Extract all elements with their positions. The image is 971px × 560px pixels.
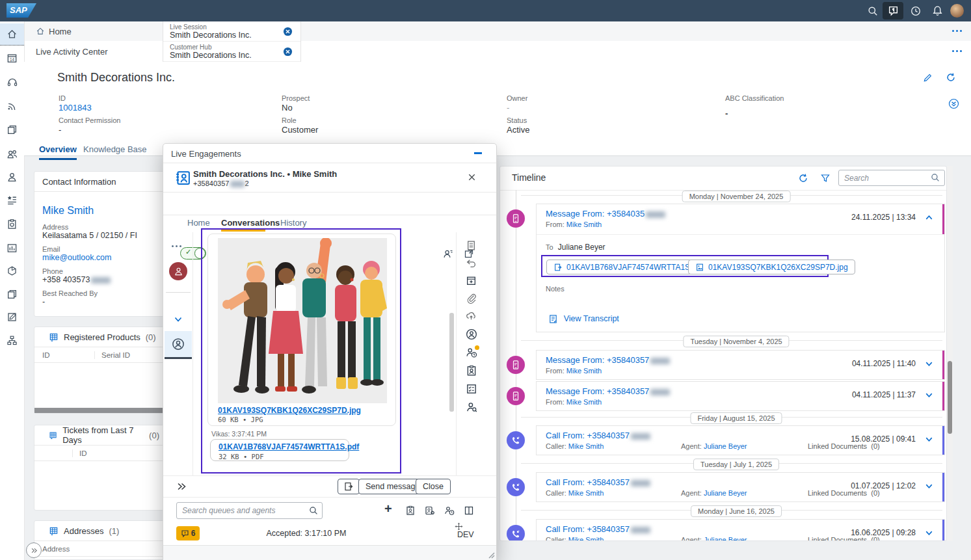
from-contact-link[interactable]: Mike Smith	[566, 367, 602, 375]
from-contact-link[interactable]: Mike Smith	[566, 220, 602, 228]
agent-transfer-icon[interactable]	[443, 248, 453, 259]
live-activity-center-tab[interactable]: Live Activity Center	[36, 47, 108, 57]
sidebar-item-agent-desktop[interactable]	[0, 72, 24, 93]
row-overflow-icon[interactable]	[952, 30, 962, 32]
column-header-id[interactable]: ID	[72, 449, 87, 457]
entry-title-link[interactable]: Call From: +35840357	[546, 524, 650, 534]
conversation-overflow-icon[interactable]	[172, 245, 181, 247]
sidebar-item-pages[interactable]	[0, 119, 24, 140]
notifications-bell-icon[interactable]	[932, 5, 943, 16]
history-clock-icon[interactable]	[911, 6, 921, 16]
edit-pencil-icon[interactable]	[923, 73, 933, 83]
refresh-icon[interactable]	[798, 173, 808, 183]
close-conversation-button[interactable]: Close	[416, 479, 451, 494]
chat-image-file-link[interactable]: 01KAV193SQ7KBK1Q26XC29SP7D.jpg	[218, 406, 361, 415]
view-transcript-link[interactable]: View Transcript	[548, 313, 619, 324]
horizontal-scrollbar[interactable]	[34, 408, 167, 413]
sidebar-item-products[interactable]	[0, 260, 24, 282]
pdf-message-bubble[interactable]: 01KAV1B768VJAF74574WRTTA1S.pdf 32 KB • P…	[210, 439, 349, 461]
expand-chevron-down-icon[interactable]	[924, 434, 934, 444]
caller-link[interactable]: Mike Smith	[568, 489, 604, 497]
contact-name-link[interactable]: Mike Smith	[42, 205, 159, 217]
entry-title-link[interactable]: Call From: +35840357	[546, 477, 650, 487]
expand-panel-button[interactable]	[26, 542, 42, 558]
entry-title-link[interactable]: Message From: +35840357	[546, 355, 670, 365]
sidebar-item-org[interactable]	[0, 330, 24, 351]
caller-link[interactable]: Mike Smith	[568, 536, 604, 541]
entry-title-link[interactable]: Message From: +35840357	[546, 386, 670, 396]
close-session-icon[interactable]	[283, 27, 293, 36]
dialog-tab-home[interactable]: Home	[187, 218, 210, 228]
filter-icon[interactable]	[820, 173, 831, 183]
layout-columns-icon[interactable]	[464, 505, 474, 516]
column-header-id[interactable]: ID	[34, 351, 94, 359]
share-transcript-button[interactable]	[338, 479, 360, 494]
dialog-tab-conversations[interactable]: Conversations	[221, 218, 280, 228]
session-tab-live-session[interactable]: Live Session Smith Decorations Inc.	[163, 21, 300, 42]
search-icon[interactable]	[931, 173, 940, 182]
agent-status-icon[interactable]	[444, 505, 455, 516]
conversation-avatar[interactable]	[169, 262, 187, 280]
agent-link[interactable]: Juliane Beyer	[704, 536, 747, 541]
case-person-icon[interactable]	[466, 365, 477, 377]
agent-link[interactable]: Juliane Beyer	[704, 489, 747, 497]
sidebar-item-calendar[interactable]	[0, 47, 24, 69]
attachment-chip-jpg[interactable]: 01KAV193SQ7KBK1Q26XC29SP7D.jpg	[688, 260, 855, 274]
queue-list-icon[interactable]	[405, 505, 416, 516]
agent-link[interactable]: Juliane Beyer	[704, 442, 747, 450]
entry-title-link[interactable]: Message From: +3584035	[546, 209, 665, 219]
email-link[interactable]: mike@outlook.com	[42, 253, 159, 262]
row-overflow-icon[interactable]	[952, 50, 962, 52]
sidebar-item-notes[interactable]	[0, 306, 24, 328]
expand-chevron-down-icon[interactable]	[924, 390, 934, 400]
tab-overview[interactable]: Overview	[39, 144, 77, 160]
person-search-icon[interactable]	[466, 401, 477, 413]
column-header-serial[interactable]: Serial ID	[94, 351, 130, 359]
search-icon[interactable]	[309, 506, 318, 515]
customer-profile-icon[interactable]	[466, 328, 477, 340]
caller-link[interactable]: Mike Smith	[568, 442, 604, 450]
from-contact-link[interactable]: Mike Smith	[566, 398, 602, 406]
reply-icon[interactable]	[466, 258, 477, 269]
sidebar-item-feed[interactable]	[0, 95, 24, 116]
home-tab[interactable]: Home	[49, 27, 72, 36]
attachment-chip-pdf[interactable]: 01KAV1B768VJAF74574WRTTA1S.pdf	[546, 260, 710, 274]
sidebar-item-templates[interactable]	[0, 284, 24, 305]
notes-doc-icon[interactable]	[466, 240, 477, 251]
live-engagements-shell-button[interactable]	[883, 2, 903, 20]
chat-image-people-illustration[interactable]	[218, 238, 387, 403]
expand-chevron-down-icon[interactable]	[924, 528, 934, 538]
sidebar-item-contacts[interactable]	[0, 167, 24, 188]
sidebar-item-home[interactable]	[0, 23, 24, 46]
sidebar-item-analytics[interactable]	[0, 237, 24, 259]
search-icon[interactable]	[868, 6, 878, 16]
refresh-icon[interactable]	[946, 72, 956, 83]
calendar-add-icon[interactable]	[466, 275, 477, 286]
entry-title-link[interactable]: Call From: +35840357	[546, 431, 650, 440]
sidebar-item-leads[interactable]	[0, 189, 24, 211]
survey-checklist-icon[interactable]	[466, 383, 477, 395]
close-icon[interactable]	[467, 172, 477, 182]
customer-tab-selected[interactable]	[165, 331, 192, 359]
expand-chevron-down-icon[interactable]	[924, 481, 934, 491]
dialog-tab-history[interactable]: History	[280, 218, 306, 228]
session-tab-customer-hub[interactable]: Customer Hub Smith Decorations Inc.	[163, 42, 300, 62]
close-session-icon[interactable]	[283, 47, 293, 57]
cloud-upload-icon[interactable]	[466, 310, 477, 321]
expand-chevron-down-icon[interactable]	[924, 359, 934, 369]
add-icon[interactable]: +	[384, 501, 392, 516]
collapse-chevron-up-icon[interactable]	[924, 213, 934, 222]
minimize-icon[interactable]	[474, 152, 482, 154]
timeline-search-input[interactable]	[838, 170, 945, 186]
chat-scrollbar-thumb[interactable]	[449, 313, 454, 412]
contact-settings-icon[interactable]	[425, 505, 435, 516]
queue-count-badge[interactable]: 6	[176, 526, 200, 540]
paperclip-icon[interactable]	[466, 293, 477, 304]
tab-knowledge-base[interactable]: Knowledge Base	[83, 144, 147, 154]
expand-header-icon[interactable]	[948, 98, 959, 109]
user-avatar[interactable]	[950, 4, 964, 18]
queue-search-input[interactable]	[176, 502, 323, 519]
sidebar-item-cases[interactable]	[0, 213, 24, 235]
chat-pdf-file-link[interactable]: 01KAV1B768VJAF74574WRTTA1S.pdf	[219, 442, 359, 451]
timeline-scrollbar-track[interactable]	[947, 166, 953, 541]
